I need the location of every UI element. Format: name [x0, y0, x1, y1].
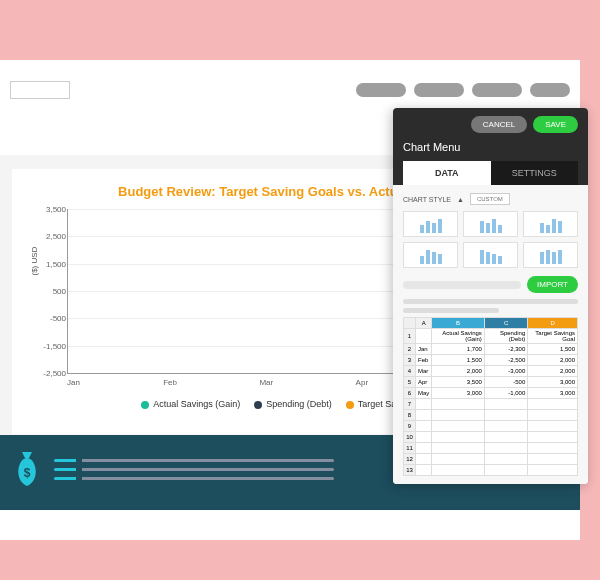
- cell[interactable]: [416, 465, 432, 476]
- cell[interactable]: [528, 399, 578, 410]
- cell[interactable]: Jan: [416, 344, 432, 355]
- toolbar-button-4[interactable]: [530, 83, 570, 97]
- cell[interactable]: [416, 329, 432, 344]
- cell[interactable]: Apr: [416, 377, 432, 388]
- money-bag-icon: $: [10, 450, 44, 495]
- chart-style-thumb[interactable]: [523, 242, 578, 268]
- cell[interactable]: [416, 454, 432, 465]
- col-header-a[interactable]: A: [416, 318, 432, 329]
- cell[interactable]: [528, 443, 578, 454]
- col-header-b[interactable]: B: [432, 318, 485, 329]
- placeholder-lines: [403, 299, 578, 313]
- tab-data[interactable]: DATA: [403, 161, 491, 185]
- caret-up-icon: ▲: [457, 196, 464, 203]
- cell[interactable]: [432, 465, 485, 476]
- table-row[interactable]: 11: [404, 443, 578, 454]
- chart-style-thumb[interactable]: [403, 242, 458, 268]
- cell[interactable]: 1,700: [432, 344, 485, 355]
- custom-button[interactable]: CUSTOM: [470, 193, 510, 205]
- cell[interactable]: 3,000: [528, 377, 578, 388]
- table-row[interactable]: 7: [404, 399, 578, 410]
- table-row[interactable]: 5Apr3,500-5003,000: [404, 377, 578, 388]
- cell[interactable]: [432, 399, 485, 410]
- cell[interactable]: -500: [484, 377, 527, 388]
- cell[interactable]: Spending (Debt): [484, 329, 527, 344]
- cell[interactable]: Feb: [416, 355, 432, 366]
- cell[interactable]: -2,500: [484, 355, 527, 366]
- cell[interactable]: [416, 410, 432, 421]
- cell[interactable]: 3,500: [432, 377, 485, 388]
- cell[interactable]: [416, 432, 432, 443]
- cell[interactable]: [432, 443, 485, 454]
- chart-style-grid: [403, 211, 578, 268]
- y-tick: 2,500: [38, 232, 66, 241]
- table-row[interactable]: 1Actual Savings (Gain)Spending (Debt)Tar…: [404, 329, 578, 344]
- cell[interactable]: 2,000: [528, 355, 578, 366]
- toolbar-button-1[interactable]: [356, 83, 406, 97]
- table-row[interactable]: 6May3,000-1,0003,000: [404, 388, 578, 399]
- cell[interactable]: [528, 465, 578, 476]
- cell[interactable]: Actual Savings (Gain): [432, 329, 485, 344]
- cell[interactable]: -3,000: [484, 366, 527, 377]
- cell[interactable]: [432, 421, 485, 432]
- cell[interactable]: [484, 432, 527, 443]
- cell[interactable]: 3,000: [432, 388, 485, 399]
- chart-style-thumb[interactable]: [463, 211, 518, 237]
- row-number: 12: [404, 454, 416, 465]
- table-row[interactable]: 2Jan1,700-2,3001,500: [404, 344, 578, 355]
- save-button[interactable]: SAVE: [533, 116, 578, 133]
- cell[interactable]: [484, 399, 527, 410]
- cell[interactable]: [416, 443, 432, 454]
- import-button[interactable]: IMPORT: [527, 276, 578, 293]
- cell[interactable]: 2,000: [432, 366, 485, 377]
- cell[interactable]: [484, 410, 527, 421]
- chart-menu-panel: CANCEL SAVE Chart Menu DATA SETTINGS CHA…: [393, 108, 588, 484]
- panel-title: Chart Menu: [403, 141, 578, 161]
- panel-header: CANCEL SAVE Chart Menu DATA SETTINGS: [393, 108, 588, 185]
- cell[interactable]: [528, 454, 578, 465]
- cell[interactable]: [528, 421, 578, 432]
- cell[interactable]: [484, 443, 527, 454]
- table-row[interactable]: 8: [404, 410, 578, 421]
- table-row[interactable]: 10: [404, 432, 578, 443]
- chart-style-thumb[interactable]: [463, 242, 518, 268]
- legend-label: Actual Savings (Gain): [153, 399, 240, 409]
- footer-lines: [54, 459, 334, 486]
- table-row[interactable]: 9: [404, 421, 578, 432]
- cell[interactable]: Target Savings Goal: [528, 329, 578, 344]
- cell[interactable]: 1,500: [528, 344, 578, 355]
- cell[interactable]: 3,000: [528, 388, 578, 399]
- toolbar-button-2[interactable]: [414, 83, 464, 97]
- topbar-input[interactable]: [10, 81, 70, 99]
- cell[interactable]: 2,000: [528, 366, 578, 377]
- cancel-button[interactable]: CANCEL: [471, 116, 527, 133]
- toolbar-button-3[interactable]: [472, 83, 522, 97]
- cell[interactable]: [416, 421, 432, 432]
- panel-tabs: DATA SETTINGS: [403, 161, 578, 185]
- cell[interactable]: -2,300: [484, 344, 527, 355]
- chart-style-thumb[interactable]: [523, 211, 578, 237]
- cell[interactable]: [528, 410, 578, 421]
- cell[interactable]: [484, 454, 527, 465]
- cell[interactable]: [432, 454, 485, 465]
- cell[interactable]: [432, 410, 485, 421]
- x-tick: Jan: [67, 378, 163, 387]
- table-row[interactable]: 13: [404, 465, 578, 476]
- table-row[interactable]: 3Feb1,500-2,5002,000: [404, 355, 578, 366]
- cell[interactable]: May: [416, 388, 432, 399]
- data-table[interactable]: A B C D 1Actual Savings (Gain)Spending (…: [403, 317, 578, 476]
- col-header-d[interactable]: D: [528, 318, 578, 329]
- cell[interactable]: [528, 432, 578, 443]
- cell[interactable]: [484, 465, 527, 476]
- cell[interactable]: -1,000: [484, 388, 527, 399]
- cell[interactable]: [416, 399, 432, 410]
- table-row[interactable]: 12: [404, 454, 578, 465]
- chart-style-thumb[interactable]: [403, 211, 458, 237]
- cell[interactable]: Mar: [416, 366, 432, 377]
- cell[interactable]: [432, 432, 485, 443]
- tab-settings[interactable]: SETTINGS: [491, 161, 579, 185]
- table-row[interactable]: 4Mar2,000-3,0002,000: [404, 366, 578, 377]
- col-header-c[interactable]: C: [484, 318, 527, 329]
- cell[interactable]: [484, 421, 527, 432]
- cell[interactable]: 1,500: [432, 355, 485, 366]
